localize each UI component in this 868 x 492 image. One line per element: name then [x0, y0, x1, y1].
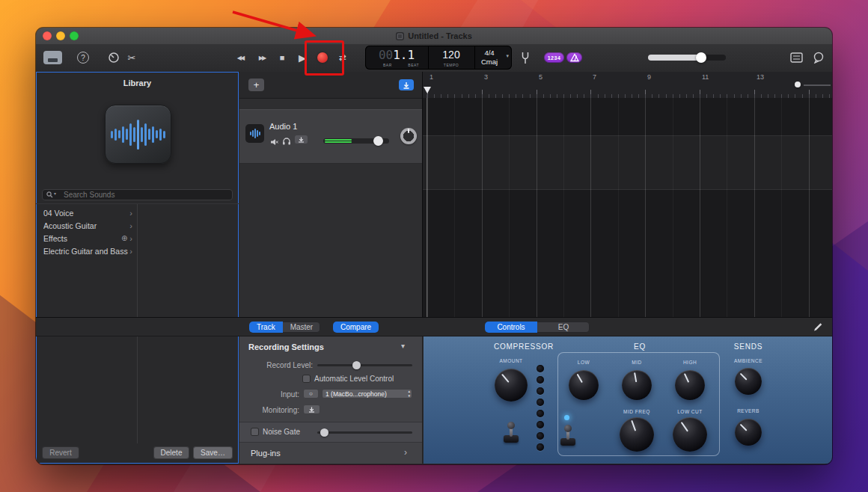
waveform-bar [152, 126, 154, 143]
track-header-strip: + [239, 72, 422, 99]
lcd-bar-dim: 00 [379, 48, 393, 62]
noise-gate-slider[interactable] [317, 431, 412, 434]
reverb-knob[interactable] [735, 419, 762, 446]
tab-track[interactable]: Track [249, 322, 283, 333]
zoom-slider-track[interactable] [804, 84, 831, 86]
noise-gate-checkbox[interactable] [251, 428, 259, 436]
pencil-icon [813, 322, 823, 332]
track-lane-audio1[interactable] [423, 135, 832, 190]
eq-low-knob[interactable] [569, 370, 599, 400]
input-format-button[interactable]: ○ [303, 389, 319, 399]
track-volume-slider[interactable] [323, 138, 389, 144]
volume-thumb[interactable] [696, 52, 706, 63]
mute-button[interactable] [270, 135, 278, 149]
volume-thumb[interactable] [373, 136, 383, 146]
eq-mid-freq-knob[interactable] [620, 417, 654, 452]
pan-knob[interactable] [400, 128, 417, 144]
search-sounds-input[interactable] [42, 189, 233, 200]
add-track-button[interactable]: + [248, 79, 264, 91]
search-scope-chevron-icon: ▾ [54, 191, 56, 196]
count-in-label: 1234 [548, 55, 561, 61]
collapse-chevron-icon[interactable]: ▾ [401, 342, 405, 350]
waveform-bar [111, 131, 113, 138]
eq-footswitch[interactable] [560, 425, 576, 446]
stop-button[interactable]: ■ [274, 50, 290, 65]
count-in-button[interactable]: 1234 [544, 52, 564, 63]
lcd-bar-value: 1.1 [393, 48, 415, 62]
compressor-led [537, 365, 544, 372]
playhead-handle[interactable] [424, 87, 431, 93]
compare-button[interactable]: Compare [333, 322, 379, 333]
chevron-right-icon[interactable]: › [404, 447, 407, 458]
track-header-audio1[interactable]: Audio 1 [239, 109, 422, 164]
input-label: Input: [239, 390, 299, 399]
plugins-label[interactable]: Plug-ins [251, 449, 281, 458]
timeline[interactable]: 1 3 5 7 9 11 13 [423, 72, 832, 317]
stop-icon: ■ [280, 53, 285, 62]
smart-controls-button[interactable] [106, 51, 121, 64]
mid-freq-label: MID FREQ [623, 409, 650, 414]
quick-help-button[interactable] [812, 51, 825, 64]
recording-settings-title: Recording Settings [248, 342, 324, 351]
timeline-grid[interactable] [423, 98, 832, 317]
note-pad-button[interactable] [789, 52, 804, 64]
library-item-acoustic-guitar[interactable]: Acoustic Guitar › [36, 219, 135, 232]
noise-gate-thumb[interactable] [320, 428, 328, 437]
question-icon: ? [81, 54, 85, 62]
speaker-icon [270, 138, 278, 146]
record-level-thumb[interactable] [352, 361, 361, 369]
auto-level-checkbox[interactable] [302, 375, 311, 383]
scissors-icon: ✂ [128, 52, 136, 64]
waveform-bar [148, 129, 150, 140]
input-monitoring-button[interactable] [295, 135, 308, 144]
lcd-tempo-section[interactable]: 120 TEMPO [428, 46, 474, 70]
compressor-footswitch[interactable] [503, 422, 519, 443]
record-level-slider[interactable] [317, 364, 412, 366]
lcd-display[interactable]: 001.1 BAR BEAT 120 TEMPO 4/4 Cmaj ▾ [365, 46, 512, 70]
tab-master[interactable]: Master [283, 322, 321, 333]
title-bar[interactable]: Untitled - Tracks [36, 28, 832, 44]
tab-eq[interactable]: EQ [537, 322, 590, 333]
input-source-popup[interactable]: 1 (MacBo...crophone) ▴▾ [322, 389, 412, 399]
track-name[interactable]: Audio 1 [269, 122, 297, 131]
library-item-electric-guitar-and-bass[interactable]: Electric Guitar and Bass › [36, 245, 135, 257]
monitoring-button[interactable] [303, 405, 320, 414]
eq-high-knob[interactable] [675, 370, 705, 400]
master-volume-slider[interactable] [648, 54, 726, 61]
tuner-button[interactable] [520, 51, 531, 65]
solo-button[interactable] [282, 135, 291, 148]
metronome-button[interactable] [566, 52, 582, 63]
compressor-led [537, 387, 544, 395]
revert-button[interactable]: Revert [42, 446, 79, 459]
toolbar: ? ✂ ◀◀ ▶▶ ■ ▶ ⇄ 001.1 BAR BEAT 120 TEMP [36, 44, 832, 73]
amount-knob[interactable] [495, 369, 528, 402]
library-icon [48, 58, 58, 62]
delete-button[interactable]: Delete [153, 446, 189, 459]
edit-automation-button[interactable] [813, 322, 825, 333]
timeline-ruler[interactable]: 1 3 5 7 9 11 13 [423, 72, 832, 99]
smart-controls-panel: COMPRESSOR EQ SENDS AMOUNT LOW MID HIGH … [424, 336, 832, 464]
lcd-beat-label: BEAT [408, 63, 419, 67]
eq-mid-knob[interactable] [622, 370, 652, 400]
ambience-knob[interactable] [735, 368, 762, 395]
help-button[interactable]: ? [77, 52, 89, 64]
library-toggle-button[interactable] [43, 51, 62, 64]
library-item-effects[interactable]: Effects ⊕ › [36, 232, 135, 245]
tab-controls[interactable]: Controls [485, 322, 537, 333]
library-item-04-voice[interactable]: 04 Voice › [36, 206, 135, 219]
catch-playhead-button[interactable] [399, 79, 414, 90]
track-icon [245, 124, 264, 143]
arrow-down-to-line-icon [298, 137, 305, 143]
eq-low-cut-knob[interactable] [673, 417, 707, 452]
level-meter [325, 139, 352, 141]
compressor-led [537, 443, 544, 451]
waveform-bar [133, 127, 135, 142]
zoom-slider-thumb[interactable] [795, 82, 801, 87]
tuning-fork-icon [521, 52, 530, 64]
forward-button[interactable]: ▶▶ [253, 51, 271, 64]
editors-button[interactable]: ✂ [125, 50, 138, 65]
rewind-button[interactable]: ◀◀ [231, 51, 249, 64]
save-button[interactable]: Save… [193, 446, 233, 459]
lcd-position-section[interactable]: 001.1 BAR BEAT [365, 46, 428, 70]
lcd-key-section[interactable]: 4/4 Cmaj ▾ [474, 46, 512, 70]
